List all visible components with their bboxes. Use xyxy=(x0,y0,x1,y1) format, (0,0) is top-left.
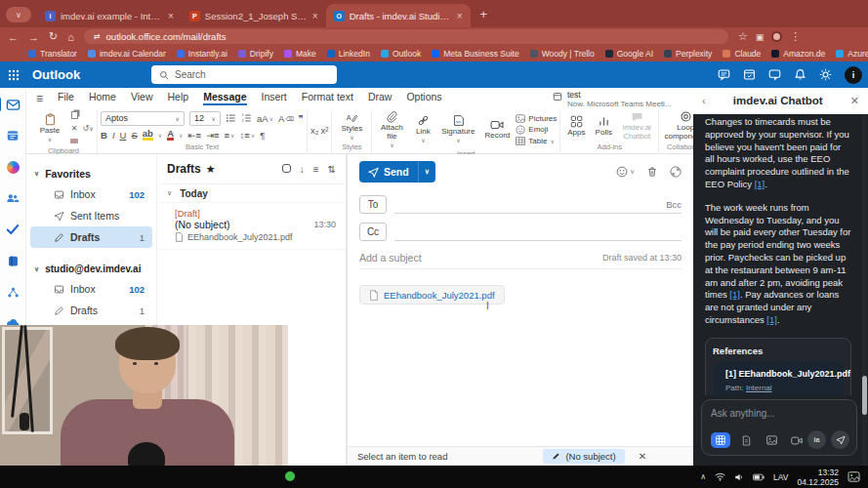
clock[interactable]: 13:32 04.12.2025 xyxy=(797,468,839,487)
folder-inbox-favorite[interactable]: Inbox102 xyxy=(30,183,152,205)
increase-indent-icon[interactable]: ⇥≡ xyxy=(206,130,220,141)
settings-gear-icon[interactable] xyxy=(819,68,832,81)
pictures-button[interactable]: Pictures xyxy=(516,114,557,123)
org-explorer-icon[interactable] xyxy=(3,282,22,302)
reload-icon[interactable]: ↻ xyxy=(49,30,58,43)
bookmark-item[interactable]: Woody | Trello xyxy=(530,49,595,59)
notification-center-icon[interactable] xyxy=(847,471,860,482)
apps-grid-icon[interactable] xyxy=(6,50,7,59)
forward-icon[interactable]: → xyxy=(28,31,39,43)
reference-link[interactable]: [1] xyxy=(729,289,740,300)
sort-icon[interactable]: ⇅ xyxy=(328,164,336,175)
tab-close-icon[interactable]: × xyxy=(168,11,174,21)
send-message-button[interactable] xyxy=(831,430,849,449)
battery-icon[interactable] xyxy=(753,473,765,481)
bookmark-item[interactable]: Amazon.de xyxy=(771,49,825,59)
bookmark-item[interactable]: Instantly.ai xyxy=(177,49,227,59)
browser-menu-icon[interactable]: ⋮ xyxy=(790,30,801,43)
cc-input[interactable] xyxy=(394,223,682,241)
to-input[interactable]: Bcc xyxy=(394,195,682,214)
image-attach-button[interactable] xyxy=(762,432,781,448)
menu-item-file[interactable]: File xyxy=(58,91,74,105)
subject-input[interactable]: Add a subject xyxy=(359,252,422,264)
send-button[interactable]: Send ∨ xyxy=(359,161,435,183)
reference-link[interactable]: [1] xyxy=(766,314,777,325)
font-select[interactable]: Aptos∨ xyxy=(101,111,185,126)
select-mode-icon[interactable] xyxy=(282,164,291,173)
account-header[interactable]: ∨ studio@dev.imdev.ai xyxy=(26,260,156,278)
font-size-select[interactable]: 12∨ xyxy=(189,111,221,126)
reference-item[interactable]: [1] EEhandbook_July2021.pdf Path: Intern… xyxy=(713,362,844,395)
attachment-chip[interactable]: EEhandbook_July2021.pdf xyxy=(359,285,505,305)
clear-formatting-icon[interactable]: A⌫ xyxy=(278,113,294,124)
close-panel-icon[interactable]: ✕ xyxy=(850,95,859,107)
paste-button[interactable]: Paste∨ xyxy=(33,113,66,142)
undo-icon[interactable]: ↺ ∨ xyxy=(82,123,94,133)
tab-search-button[interactable]: ∨ xyxy=(6,7,31,22)
bookmark-item[interactable]: imdev.ai Calendar xyxy=(88,49,166,59)
filter-icon[interactable]: ≡ xyxy=(313,164,319,175)
hamburger-icon[interactable]: ≡ xyxy=(36,92,43,105)
bullet-list-icon[interactable] xyxy=(226,113,236,123)
calendar-icon[interactable] xyxy=(3,126,22,145)
favorites-header[interactable]: ∨ Favorites xyxy=(26,164,156,183)
cc-button[interactable]: Cc xyxy=(359,223,387,241)
folder-drafts-account[interactable]: Drafts1 xyxy=(30,300,152,321)
notifications-bell-icon[interactable] xyxy=(794,68,806,81)
align-icon[interactable]: ≡∨ xyxy=(225,130,235,141)
document-attach-button[interactable] xyxy=(736,432,756,448)
video-attach-button[interactable] xyxy=(787,432,806,448)
bookmark-item[interactable]: Perplexity xyxy=(664,49,712,59)
bookmark-star-icon[interactable]: ☆ xyxy=(738,30,748,43)
polls-button[interactable]: Polls xyxy=(591,115,616,138)
notes-icon[interactable] xyxy=(3,251,22,270)
signature-button[interactable]: Signature∨ xyxy=(437,114,478,143)
folder-sent-favorite[interactable]: Sent Items xyxy=(30,205,152,226)
tab-close-icon[interactable]: × xyxy=(457,11,463,21)
home-icon[interactable]: ⌂ xyxy=(67,31,74,43)
table-button[interactable]: Table∨ xyxy=(516,137,557,145)
pinned-star-icon[interactable]: ★ xyxy=(206,163,216,176)
people-icon[interactable] xyxy=(3,188,22,208)
search-input[interactable]: Search xyxy=(151,65,337,84)
bookmark-item[interactable]: Make xyxy=(284,49,316,59)
decrease-indent-icon[interactable]: ⇤≡ xyxy=(188,130,202,141)
imdev-chatbot-button[interactable]: imdev.ai Chatbot xyxy=(618,111,655,142)
bookmark-item[interactable]: Google AI xyxy=(605,49,653,59)
bookmark-item[interactable]: Azure xyxy=(836,49,868,59)
change-case-icon[interactable]: aA∨ xyxy=(257,113,273,124)
account-avatar[interactable]: i xyxy=(845,66,862,84)
open-in-window-icon[interactable] xyxy=(670,166,682,178)
close-draft-tab-icon[interactable]: ✕ xyxy=(639,451,646,462)
chat-icon[interactable] xyxy=(718,68,730,81)
record-button[interactable]: Record xyxy=(480,119,514,141)
superscript-icon[interactable]: x² xyxy=(320,125,328,136)
strikethrough-icon[interactable]: S xyxy=(131,130,137,141)
menu-item-draw[interactable]: Draw xyxy=(368,91,393,105)
speaker-icon[interactable] xyxy=(734,472,744,482)
bcc-toggle[interactable]: Bcc xyxy=(666,199,682,210)
line-spacing-icon[interactable]: ↕≡∨ xyxy=(240,130,256,141)
teams-notification[interactable]: test Now. Microsoft Teams Meeti... xyxy=(553,90,680,108)
quote-icon[interactable]: ❞ xyxy=(299,113,304,124)
grid-mode-button[interactable] xyxy=(711,432,730,448)
send-options-caret[interactable]: ∨ xyxy=(418,161,435,183)
app-launcher-icon[interactable] xyxy=(0,61,26,88)
menu-item-options[interactable]: Options xyxy=(406,91,441,105)
numbered-list-icon[interactable]: 12 xyxy=(241,113,252,123)
bookmark-item[interactable]: Outlook xyxy=(381,49,421,59)
styles-button[interactable]: A Styles∨ xyxy=(335,111,368,141)
sensitivity-smiley-icon[interactable]: ∨ xyxy=(616,166,635,178)
cut-icon[interactable]: ✕ xyxy=(68,123,80,133)
url-field[interactable]: ⇄ outlook.office.com/mail/drafts xyxy=(84,29,728,44)
menu-item-message[interactable]: Message xyxy=(203,91,246,105)
underline-icon[interactable]: U xyxy=(120,130,127,141)
emoji-button[interactable]: Emoji xyxy=(516,125,557,135)
calendar-icon[interactable] xyxy=(743,68,756,81)
apps-button[interactable]: Apps xyxy=(563,115,589,138)
bookmark-item[interactable]: Meta Business Suite xyxy=(432,49,518,59)
back-icon[interactable]: ← xyxy=(8,31,19,43)
bookmark-item[interactable]: LinkedIn xyxy=(327,49,370,59)
menu-item-insert[interactable]: Insert xyxy=(262,91,287,105)
date-group-header[interactable]: ∨ Today xyxy=(157,183,346,203)
